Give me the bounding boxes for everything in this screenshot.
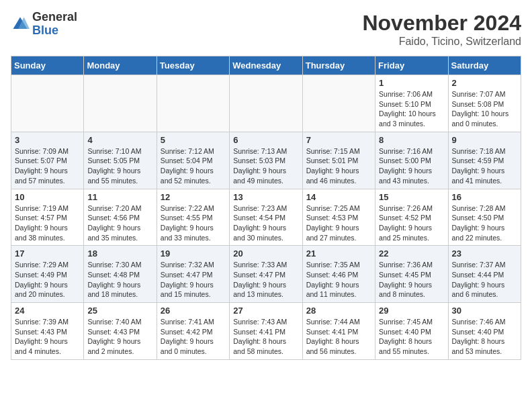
day-number: 10 — [15, 192, 80, 202]
month-title: November 2024 — [362, 11, 521, 36]
day-info: Sunrise: 7:45 AM Sunset: 4:40 PM Dayligh… — [379, 317, 444, 357]
day-number: 6 — [233, 135, 298, 145]
calendar-cell: 30Sunrise: 7:46 AM Sunset: 4:40 PM Dayli… — [448, 303, 521, 360]
day-info: Sunrise: 7:07 AM Sunset: 5:08 PM Dayligh… — [452, 89, 517, 129]
day-number: 16 — [452, 192, 517, 202]
day-info: Sunrise: 7:15 AM Sunset: 5:01 PM Dayligh… — [306, 146, 371, 186]
calendar-cell: 9Sunrise: 7:18 AM Sunset: 4:59 PM Daylig… — [448, 132, 521, 189]
calendar-cell: 28Sunrise: 7:44 AM Sunset: 4:41 PM Dayli… — [302, 303, 375, 360]
day-info: Sunrise: 7:26 AM Sunset: 4:52 PM Dayligh… — [379, 203, 444, 243]
day-info: Sunrise: 7:18 AM Sunset: 4:59 PM Dayligh… — [452, 146, 517, 186]
day-number: 19 — [161, 248, 226, 259]
day-info: Sunrise: 7:16 AM Sunset: 5:00 PM Dayligh… — [379, 146, 444, 186]
day-number: 3 — [15, 135, 80, 145]
calendar-cell: 7Sunrise: 7:15 AM Sunset: 5:01 PM Daylig… — [302, 132, 375, 189]
weekday-header-monday: Monday — [84, 56, 157, 75]
location-title: Faido, Ticino, Switzerland — [362, 36, 521, 48]
day-number: 17 — [15, 248, 80, 259]
day-number: 29 — [379, 306, 444, 316]
day-info: Sunrise: 7:19 AM Sunset: 4:57 PM Dayligh… — [15, 203, 80, 243]
week-row-5: 24Sunrise: 7:39 AM Sunset: 4:43 PM Dayli… — [11, 303, 521, 360]
day-info: Sunrise: 7:13 AM Sunset: 5:03 PM Dayligh… — [233, 146, 298, 186]
day-info: Sunrise: 7:37 AM Sunset: 4:44 PM Dayligh… — [452, 260, 517, 300]
day-number: 27 — [233, 306, 298, 316]
day-number: 30 — [452, 306, 517, 316]
calendar-cell: 1Sunrise: 7:06 AM Sunset: 5:10 PM Daylig… — [375, 75, 448, 132]
week-row-2: 3Sunrise: 7:09 AM Sunset: 5:07 PM Daylig… — [11, 132, 521, 189]
header: General Blue November 2024 Faido, Ticino… — [11, 11, 521, 48]
logo-icon — [11, 15, 30, 34]
calendar-cell: 4Sunrise: 7:10 AM Sunset: 5:05 PM Daylig… — [84, 132, 157, 189]
day-number: 9 — [452, 135, 517, 145]
calendar-cell — [302, 75, 375, 132]
day-number: 7 — [306, 135, 371, 145]
weekday-header-row: SundayMondayTuesdayWednesdayThursdayFrid… — [11, 56, 521, 75]
week-row-3: 10Sunrise: 7:19 AM Sunset: 4:57 PM Dayli… — [11, 189, 521, 246]
calendar-cell: 3Sunrise: 7:09 AM Sunset: 5:07 PM Daylig… — [11, 132, 84, 189]
day-info: Sunrise: 7:40 AM Sunset: 4:43 PM Dayligh… — [87, 317, 152, 357]
day-info: Sunrise: 7:46 AM Sunset: 4:40 PM Dayligh… — [452, 317, 517, 357]
day-number: 12 — [161, 192, 226, 202]
calendar-cell: 14Sunrise: 7:25 AM Sunset: 4:53 PM Dayli… — [302, 189, 375, 246]
day-number: 23 — [452, 248, 517, 259]
logo: General Blue — [11, 11, 77, 38]
day-info: Sunrise: 7:35 AM Sunset: 4:46 PM Dayligh… — [306, 260, 371, 300]
calendar-cell: 22Sunrise: 7:36 AM Sunset: 4:45 PM Dayli… — [375, 246, 448, 303]
day-info: Sunrise: 7:33 AM Sunset: 4:47 PM Dayligh… — [233, 260, 298, 300]
calendar-cell: 23Sunrise: 7:37 AM Sunset: 4:44 PM Dayli… — [448, 246, 521, 303]
calendar-cell: 15Sunrise: 7:26 AM Sunset: 4:52 PM Dayli… — [375, 189, 448, 246]
day-number: 2 — [452, 78, 517, 88]
calendar-cell: 18Sunrise: 7:30 AM Sunset: 4:48 PM Dayli… — [84, 246, 157, 303]
day-number: 4 — [87, 135, 152, 145]
calendar-cell: 8Sunrise: 7:16 AM Sunset: 5:00 PM Daylig… — [375, 132, 448, 189]
day-info: Sunrise: 7:44 AM Sunset: 4:41 PM Dayligh… — [306, 317, 371, 357]
weekday-header-saturday: Saturday — [448, 56, 521, 75]
weekday-header-sunday: Sunday — [11, 56, 84, 75]
day-number: 1 — [379, 78, 444, 88]
day-info: Sunrise: 7:22 AM Sunset: 4:55 PM Dayligh… — [161, 203, 226, 243]
day-number: 15 — [379, 192, 444, 202]
weekday-header-wednesday: Wednesday — [230, 56, 302, 75]
weekday-header-tuesday: Tuesday — [157, 56, 229, 75]
calendar-cell: 27Sunrise: 7:43 AM Sunset: 4:41 PM Dayli… — [230, 303, 302, 360]
day-number: 24 — [15, 306, 80, 316]
calendar-cell: 26Sunrise: 7:41 AM Sunset: 4:42 PM Dayli… — [157, 303, 229, 360]
calendar-cell: 25Sunrise: 7:40 AM Sunset: 4:43 PM Dayli… — [84, 303, 157, 360]
day-info: Sunrise: 7:09 AM Sunset: 5:07 PM Dayligh… — [15, 146, 80, 186]
week-row-4: 17Sunrise: 7:29 AM Sunset: 4:49 PM Dayli… — [11, 246, 521, 303]
calendar-cell: 12Sunrise: 7:22 AM Sunset: 4:55 PM Dayli… — [157, 189, 229, 246]
calendar-cell: 19Sunrise: 7:32 AM Sunset: 4:47 PM Dayli… — [157, 246, 229, 303]
calendar-cell: 24Sunrise: 7:39 AM Sunset: 4:43 PM Dayli… — [11, 303, 84, 360]
calendar-cell — [157, 75, 229, 132]
calendar-cell: 11Sunrise: 7:20 AM Sunset: 4:56 PM Dayli… — [84, 189, 157, 246]
day-info: Sunrise: 7:39 AM Sunset: 4:43 PM Dayligh… — [15, 317, 80, 357]
calendar-cell: 17Sunrise: 7:29 AM Sunset: 4:49 PM Dayli… — [11, 246, 84, 303]
day-info: Sunrise: 7:23 AM Sunset: 4:54 PM Dayligh… — [233, 203, 298, 243]
day-number: 26 — [161, 306, 226, 316]
day-info: Sunrise: 7:29 AM Sunset: 4:49 PM Dayligh… — [15, 260, 80, 300]
calendar-cell: 10Sunrise: 7:19 AM Sunset: 4:57 PM Dayli… — [11, 189, 84, 246]
day-info: Sunrise: 7:32 AM Sunset: 4:47 PM Dayligh… — [161, 260, 226, 300]
day-info: Sunrise: 7:43 AM Sunset: 4:41 PM Dayligh… — [233, 317, 298, 357]
week-row-1: 1Sunrise: 7:06 AM Sunset: 5:10 PM Daylig… — [11, 75, 521, 132]
day-number: 22 — [379, 248, 444, 259]
calendar-cell: 21Sunrise: 7:35 AM Sunset: 4:46 PM Dayli… — [302, 246, 375, 303]
day-info: Sunrise: 7:06 AM Sunset: 5:10 PM Dayligh… — [379, 89, 444, 129]
day-info: Sunrise: 7:12 AM Sunset: 5:04 PM Dayligh… — [161, 146, 226, 186]
logo-text: General Blue — [32, 11, 77, 38]
day-number: 8 — [379, 135, 444, 145]
calendar-cell: 2Sunrise: 7:07 AM Sunset: 5:08 PM Daylig… — [448, 75, 521, 132]
title-area: November 2024 Faido, Ticino, Switzerland — [362, 11, 521, 48]
day-number: 21 — [306, 248, 371, 259]
day-info: Sunrise: 7:28 AM Sunset: 4:50 PM Dayligh… — [452, 203, 517, 243]
day-info: Sunrise: 7:25 AM Sunset: 4:53 PM Dayligh… — [306, 203, 371, 243]
day-number: 18 — [87, 248, 152, 259]
day-number: 20 — [233, 248, 298, 259]
calendar-cell: 16Sunrise: 7:28 AM Sunset: 4:50 PM Dayli… — [448, 189, 521, 246]
day-number: 5 — [161, 135, 226, 145]
calendar-cell: 20Sunrise: 7:33 AM Sunset: 4:47 PM Dayli… — [230, 246, 302, 303]
day-number: 14 — [306, 192, 371, 202]
calendar-cell — [84, 75, 157, 132]
day-info: Sunrise: 7:20 AM Sunset: 4:56 PM Dayligh… — [87, 203, 152, 243]
day-number: 28 — [306, 306, 371, 316]
